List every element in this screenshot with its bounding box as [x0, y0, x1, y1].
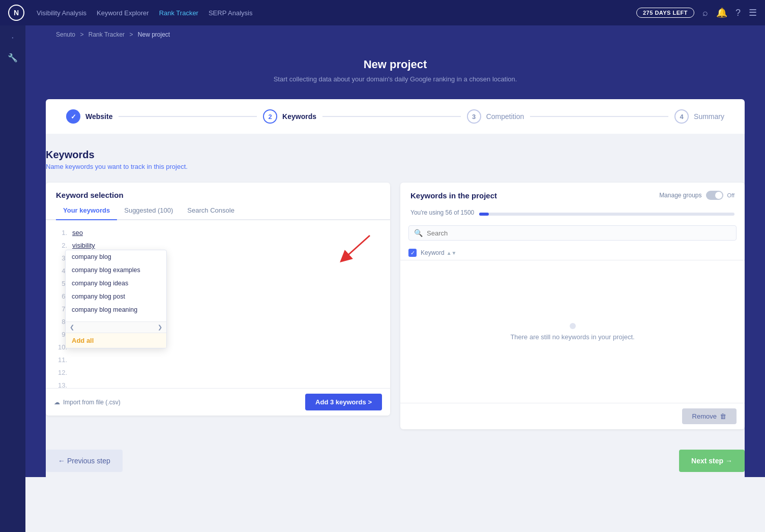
- keywords-in-project-title: Keywords in the project: [410, 191, 497, 200]
- step-3-circle: 3: [467, 109, 481, 124]
- tab-suggested[interactable]: Suggested (100): [117, 201, 180, 220]
- sidebar-grid-icon[interactable]: ⬝: [10, 34, 15, 43]
- sort-icon: ▲▼: [447, 250, 457, 256]
- step-1-label: Website: [85, 112, 112, 121]
- remove-icon: 🗑: [720, 412, 726, 420]
- app-logo: N: [8, 5, 24, 21]
- keyword-item-1[interactable]: 1. seo: [46, 226, 390, 239]
- days-badge: 275 DAYS LEFT: [636, 8, 694, 18]
- breadcrumb-senuto[interactable]: Senuto: [56, 31, 75, 38]
- import-from-file-button[interactable]: ☁ Import from file (.csv): [54, 399, 121, 406]
- step-1-circle: ✓: [66, 109, 80, 124]
- tab-search-console[interactable]: Search Console: [180, 201, 242, 220]
- empty-dot: [570, 323, 576, 329]
- scroll-right-icon[interactable]: ❯: [156, 323, 164, 332]
- step-2-circle: 2: [263, 109, 277, 124]
- suggestion-item-4[interactable]: company blog post: [66, 290, 166, 303]
- suggestion-item-1[interactable]: company blog: [66, 250, 166, 263]
- col-left: Keyword selection Your keywords Suggeste…: [46, 183, 390, 429]
- keyword-table-header: ✓ Keyword ▲▼: [400, 246, 745, 260]
- manage-groups-label: Manage groups: [659, 192, 701, 199]
- keyword-text-1: seo: [72, 229, 83, 237]
- steps-container: ✓ Website 2 Keywords 3 Competition 4 Sum…: [46, 99, 745, 134]
- dropdown-scroll-nav: ❮ ❯: [66, 321, 166, 333]
- scroll-left-icon[interactable]: ❮: [68, 323, 76, 332]
- keyword-text-2: visibility: [72, 242, 95, 249]
- remove-button[interactable]: Remove 🗑: [682, 408, 737, 424]
- keywords-in-project-panel: Keywords in the project Manage groups Of…: [400, 183, 745, 429]
- content-area: Keywords Name keywords you want to track…: [46, 134, 745, 439]
- page-subtitle: Start collecting data about your domain'…: [36, 75, 755, 83]
- keyword-item-11[interactable]: 11.: [46, 353, 390, 366]
- step-website[interactable]: ✓ Website: [66, 109, 112, 124]
- help-icon[interactable]: ?: [735, 8, 741, 18]
- step-4-circle: 4: [674, 109, 689, 124]
- search-icon: 🔍: [414, 229, 423, 237]
- search-field: 🔍: [408, 225, 737, 241]
- right-panel-header: Keywords in the project Manage groups Of…: [400, 183, 745, 206]
- keyword-selection-panel: Keyword selection Your keywords Suggeste…: [46, 183, 390, 416]
- sidebar: ⬝ 🔧: [0, 25, 25, 532]
- manage-groups-toggle[interactable]: [706, 191, 723, 200]
- search-icon[interactable]: ⌕: [702, 8, 708, 18]
- suggestion-scroll[interactable]: company blog company blog examples compa…: [66, 250, 166, 321]
- step-connector-2: [322, 116, 461, 117]
- keyword-item-13[interactable]: 13.: [46, 379, 390, 388]
- nav-visibility-analysis[interactable]: Visibility Analysis: [37, 9, 86, 17]
- step-keywords[interactable]: 2 Keywords: [263, 109, 316, 124]
- breadcrumb: Senuto > Rank Tracker > New project: [56, 31, 170, 38]
- keyword-num-1: 1.: [56, 229, 67, 237]
- section-title: Keywords: [46, 149, 745, 161]
- breadcrumb-bar: Senuto > Rank Tracker > New project: [25, 25, 765, 44]
- nav-serp-analysis[interactable]: SERP Analysis: [209, 9, 252, 17]
- search-wrap: 🔍: [400, 225, 745, 246]
- empty-state-text: There are still no keywords in your proj…: [510, 333, 634, 341]
- notification-icon[interactable]: 🔔: [716, 7, 727, 18]
- usage-fill: [479, 213, 489, 216]
- breadcrumb-rank-tracker[interactable]: Rank Tracker: [89, 31, 125, 38]
- manage-groups: Manage groups Off: [659, 191, 734, 200]
- select-all-checkbox[interactable]: ✓: [408, 249, 417, 257]
- step-4-label: Summary: [694, 112, 724, 121]
- suggestion-item-3[interactable]: company blog ideas: [66, 277, 166, 290]
- usage-text: You're using 56 of 1500: [410, 209, 474, 216]
- breadcrumb-current: New project: [138, 31, 170, 38]
- breadcrumb-sep2: >: [129, 31, 133, 38]
- top-navigation: N Visibility Analysis Keyword Explorer R…: [0, 0, 765, 25]
- step-summary[interactable]: 4 Summary: [674, 109, 724, 124]
- usage-bar-wrap: You're using 56 of 1500: [400, 206, 745, 225]
- next-step-button[interactable]: Next step →: [679, 450, 745, 472]
- page-title: New project: [36, 58, 755, 71]
- previous-step-button[interactable]: ← Previous step: [46, 450, 123, 472]
- nav-right: 275 DAYS LEFT ⌕ 🔔 ? ☰: [636, 7, 757, 18]
- nav-keyword-explorer[interactable]: Keyword Explorer: [97, 9, 149, 17]
- main-wrapper: Senuto > Rank Tracker > New project New …: [25, 25, 765, 477]
- keyword-num-13: 13.: [56, 381, 67, 388]
- nav-rank-tracker[interactable]: Rank Tracker: [159, 9, 198, 17]
- sidebar-wrench-icon[interactable]: 🔧: [8, 53, 18, 63]
- add-all-button[interactable]: Add all: [66, 333, 166, 348]
- empty-state: There are still no keywords in your proj…: [400, 260, 745, 403]
- suggestion-item-5[interactable]: company blog meaning: [66, 303, 166, 316]
- keyword-column-label[interactable]: Keyword ▲▼: [421, 249, 456, 256]
- keyword-search-input[interactable]: [427, 229, 731, 237]
- add-keywords-button[interactable]: Add 3 keywords >: [305, 394, 382, 410]
- keyword-num-2: 2.: [56, 242, 67, 249]
- keyword-num-11: 11.: [56, 356, 67, 364]
- usage-bar: [479, 213, 734, 216]
- toggle-off-label: Off: [727, 192, 734, 198]
- keyword-item-12[interactable]: 12.: [46, 366, 390, 379]
- cloud-icon: ☁: [54, 399, 60, 406]
- grid-icon[interactable]: ☰: [749, 7, 757, 18]
- suggestion-item-2[interactable]: company blog examples: [66, 263, 166, 277]
- step-2-label: Keywords: [282, 112, 316, 121]
- two-col-layout: Keyword selection Your keywords Suggeste…: [46, 183, 745, 429]
- col-right: Keywords in the project Manage groups Of…: [400, 183, 745, 429]
- step-competition[interactable]: 3 Competition: [467, 109, 524, 124]
- footer-buttons: ← Previous step Next step →: [46, 439, 745, 477]
- breadcrumb-sep1: >: [80, 31, 83, 38]
- tab-your-keywords[interactable]: Your keywords: [56, 201, 117, 220]
- page-header: New project Start collecting data about …: [25, 44, 765, 99]
- step-connector-3: [530, 116, 668, 117]
- steps-bar: ✓ Website 2 Keywords 3 Competition 4 Sum…: [66, 99, 724, 134]
